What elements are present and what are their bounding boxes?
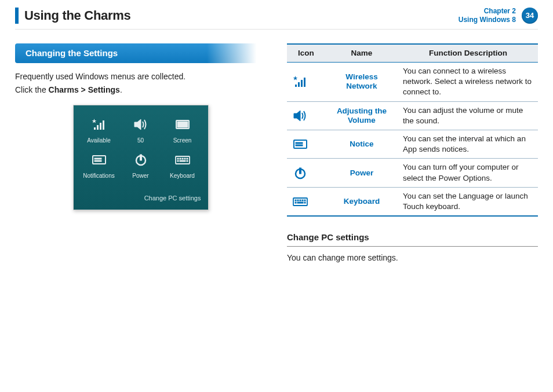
instruction-text: Click the Charms > Settings. (15, 85, 266, 96)
right-column: Icon Name Function Description Wireless … (287, 43, 538, 266)
row-name: Adjusting the Volume (325, 101, 398, 130)
settings-tiles-grid: Available 50 Screen (74, 105, 208, 186)
tile-label: Screen (173, 137, 192, 145)
row-icon (287, 101, 325, 130)
table-row: Power You can turn off your computer or … (287, 159, 538, 187)
tile-label: 50 (137, 137, 144, 145)
tile-available: Available (78, 113, 120, 147)
row-name: Power (325, 159, 398, 187)
row-fn: You can set the interval at which an App… (398, 130, 538, 159)
notice-icon (90, 151, 108, 168)
settings-panel-screenshot: Available 50 Screen (73, 105, 209, 210)
instr-path: Charms > Settings (49, 85, 120, 94)
instr-prefix: Click the (15, 85, 49, 94)
table-row: Adjusting the Volume You can adjust the … (287, 101, 538, 130)
section-heading: Changing the Settings (15, 43, 259, 63)
subheading-text: You can change more settings. (287, 252, 538, 263)
tile-label: Available (87, 137, 110, 145)
chapter-line2: Using Windows 8 (459, 16, 516, 24)
row-icon (287, 130, 325, 159)
power-icon (292, 166, 309, 181)
table-row: Keyboard You can set the Language or lau… (287, 187, 538, 216)
row-name: Wireless Network (325, 62, 398, 101)
screen-icon (173, 116, 192, 133)
page: Using the Charms Chapter 2 Using Windows… (0, 0, 553, 392)
page-number-badge: 34 (522, 8, 538, 24)
header-right: Chapter 2 Using Windows 8 34 (459, 7, 538, 24)
row-fn: You can connect to a wireless network. S… (398, 62, 538, 101)
power-icon (132, 151, 150, 168)
row-fn: You can set the Language or launch Touch… (398, 187, 538, 216)
function-description-table: Icon Name Function Description Wireless … (287, 43, 538, 217)
tile-label: Notifications (83, 172, 114, 180)
row-name: Keyboard (325, 187, 398, 216)
tile-volume: 50 (120, 113, 162, 147)
volume-icon (132, 116, 150, 133)
volume-icon (292, 108, 309, 123)
tile-label: Keyboard (170, 172, 195, 180)
header-accent-bar (15, 8, 19, 24)
chapter-label: Chapter 2 Using Windows 8 (459, 7, 516, 24)
row-name: Notice (325, 130, 398, 159)
content-columns: Changing the Settings Frequently used Wi… (15, 30, 538, 266)
page-title: Using the Charms (24, 7, 130, 24)
settings-panel: Available 50 Screen (74, 105, 208, 210)
row-fn: You can adjust the volume or mute the so… (398, 101, 538, 130)
panel-footer-link: Change PC settings (74, 186, 208, 207)
row-icon (287, 159, 325, 187)
table-header-row: Icon Name Function Description (287, 44, 538, 63)
subheading-change-pc-settings: Change PC settings (287, 232, 538, 246)
table-row: Wireless Network You can connect to a wi… (287, 62, 538, 101)
row-icon (287, 187, 325, 216)
tile-power: Power (120, 149, 162, 182)
wifi-icon (90, 116, 108, 133)
th-icon: Icon (287, 44, 325, 63)
wifi-icon (292, 74, 309, 89)
row-icon (287, 62, 325, 101)
intro-text: Frequently used Windows menus are collec… (15, 71, 266, 82)
row-fn: You can turn off your computer or select… (398, 159, 538, 187)
th-fn: Function Description (398, 44, 538, 63)
table-row: Notice You can set the interval at which… (287, 130, 538, 159)
tile-keyboard: Keyboard (162, 149, 203, 182)
keyboard-icon (292, 194, 309, 209)
keyboard-icon (173, 151, 192, 168)
notice-icon (292, 137, 309, 152)
tile-notifications: Notifications (78, 149, 120, 182)
chapter-line1: Chapter 2 (459, 7, 516, 15)
instr-suffix: . (120, 85, 122, 94)
page-header: Using the Charms Chapter 2 Using Windows… (15, 7, 538, 30)
left-column: Changing the Settings Frequently used Wi… (15, 43, 266, 266)
tile-screen: Screen (162, 113, 203, 147)
tile-label: Power (132, 172, 148, 180)
header-left: Using the Charms (15, 7, 130, 24)
th-name: Name (325, 44, 398, 63)
